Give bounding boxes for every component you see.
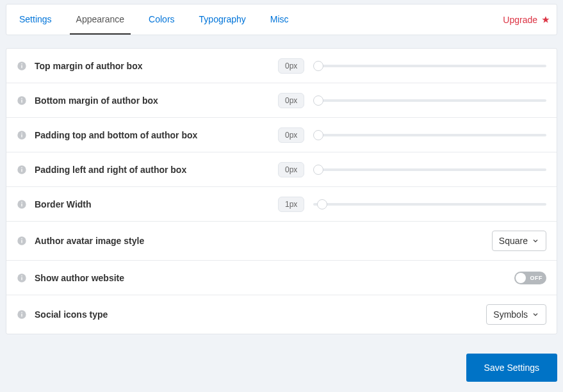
row-social-icons: Social icons type Symbols — [6, 295, 557, 334]
chevron-down-icon — [532, 311, 539, 318]
select-value: Symbols — [493, 309, 528, 320]
tab-misc[interactable]: Misc — [264, 4, 295, 35]
star-icon — [541, 15, 550, 24]
slider-padding-tb[interactable] — [313, 134, 546, 136]
slider-bottom-margin[interactable] — [313, 99, 546, 102]
info-icon[interactable] — [17, 61, 27, 71]
select-avatar-style[interactable]: Square — [492, 231, 546, 251]
row-top-margin: Top margin of author box 0px — [6, 49, 557, 83]
value-padding-tb: 0px — [278, 127, 304, 143]
slider-thumb[interactable] — [313, 165, 323, 175]
save-button[interactable]: Save Settings — [466, 354, 557, 382]
svg-rect-5 — [21, 98, 22, 99]
svg-rect-4 — [21, 99, 22, 102]
slider-thumb[interactable] — [313, 61, 323, 71]
upgrade-link[interactable]: Upgrade — [503, 15, 550, 25]
label-padding-lr: Padding left and right of author box — [35, 165, 278, 175]
info-icon[interactable] — [17, 199, 27, 209]
svg-rect-17 — [21, 238, 22, 239]
row-show-website: Show author website OFF — [6, 261, 557, 295]
info-icon[interactable] — [17, 309, 27, 320]
svg-rect-23 — [21, 312, 22, 313]
slider-border-width[interactable] — [313, 203, 546, 206]
label-border-width: Border Width — [35, 199, 278, 209]
slider-padding-lr[interactable] — [313, 168, 546, 171]
tab-typography[interactable]: Typography — [193, 4, 252, 35]
value-top-margin: 0px — [278, 58, 304, 74]
select-social-icons[interactable]: Symbols — [486, 304, 546, 325]
svg-rect-1 — [21, 65, 22, 68]
toggle-show-website[interactable]: OFF — [514, 272, 546, 284]
slider-thumb[interactable] — [313, 130, 323, 140]
label-social-icons: Social icons type — [35, 309, 278, 320]
svg-rect-13 — [21, 203, 22, 206]
row-bottom-margin: Bottom margin of author box 0px — [6, 83, 557, 118]
svg-rect-22 — [21, 314, 22, 317]
svg-rect-2 — [21, 63, 22, 64]
row-border-width: Border Width 1px — [6, 187, 557, 222]
row-padding-tb: Padding top and bottom of author box 0px — [6, 118, 557, 152]
svg-rect-16 — [21, 240, 22, 243]
label-padding-tb: Padding top and bottom of author box — [35, 130, 278, 140]
row-avatar-style: Author avatar image style Square — [6, 222, 557, 261]
svg-rect-10 — [21, 168, 22, 172]
tab-colors[interactable]: Colors — [142, 4, 181, 35]
value-padding-lr: 0px — [278, 162, 304, 177]
upgrade-label: Upgrade — [503, 15, 537, 25]
info-icon[interactable] — [17, 165, 27, 175]
info-icon[interactable] — [17, 273, 27, 283]
info-icon[interactable] — [17, 236, 27, 246]
tab-settings[interactable]: Settings — [13, 4, 58, 35]
slider-thumb[interactable] — [317, 199, 327, 209]
toggle-state-label: OFF — [530, 275, 543, 281]
toggle-thumb — [516, 273, 526, 283]
slider-top-margin[interactable] — [313, 65, 546, 67]
select-value: Square — [499, 236, 528, 246]
chevron-down-icon — [532, 237, 539, 245]
label-show-website: Show author website — [35, 273, 278, 283]
tab-appearance[interactable]: Appearance — [70, 4, 131, 35]
svg-rect-8 — [21, 133, 22, 133]
row-padding-lr: Padding left and right of author box 0px — [6, 152, 557, 187]
svg-rect-7 — [21, 134, 22, 137]
svg-rect-20 — [21, 275, 22, 276]
value-bottom-margin: 0px — [278, 93, 304, 108]
tabs-bar: Settings Appearance Colors Typography Mi… — [6, 4, 557, 35]
value-border-width: 1px — [278, 197, 304, 212]
label-top-margin: Top margin of author box — [35, 61, 278, 71]
settings-panel: Top margin of author box 0px Bottom marg… — [6, 48, 557, 334]
svg-rect-19 — [21, 277, 22, 280]
info-icon[interactable] — [17, 130, 27, 140]
svg-rect-11 — [21, 167, 22, 168]
label-bottom-margin: Bottom margin of author box — [35, 95, 278, 106]
info-icon[interactable] — [17, 95, 27, 106]
svg-rect-14 — [21, 202, 22, 202]
slider-thumb[interactable] — [313, 95, 323, 106]
footer: Save Settings — [0, 334, 563, 382]
label-avatar-style: Author avatar image style — [35, 236, 278, 246]
